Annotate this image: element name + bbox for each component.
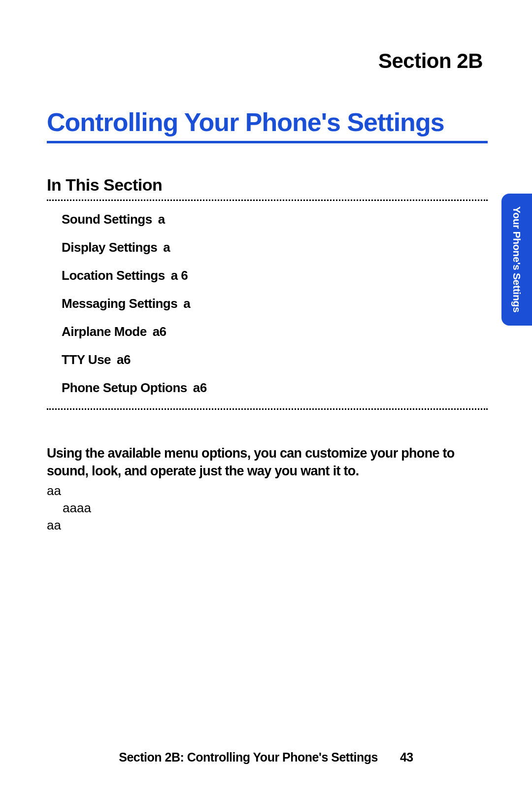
toc-item: Display Settingsa bbox=[62, 240, 488, 255]
title-underline bbox=[47, 141, 488, 143]
toc-label: Display Settings bbox=[62, 240, 157, 255]
toc-label: Phone Setup Options bbox=[62, 380, 187, 395]
side-tab: Your Phone's Settings bbox=[501, 194, 532, 326]
toc-list: Sound Settingsa Display Settingsa Locati… bbox=[47, 212, 488, 396]
toc-suffix: a 6 bbox=[171, 268, 188, 283]
footer-page-number: 43 bbox=[400, 750, 413, 764]
toc-item: Messaging Settingsa bbox=[62, 296, 488, 311]
toc-item: TTY Usea6 bbox=[62, 352, 488, 367]
body-extra-line: aa bbox=[47, 482, 488, 499]
dotted-divider-top bbox=[47, 200, 488, 201]
toc-item: Sound Settingsa bbox=[62, 212, 488, 227]
page-footer: Section 2B: Controlling Your Phone's Set… bbox=[0, 750, 532, 765]
body-extra-line: aa bbox=[47, 517, 488, 534]
toc-label: Messaging Settings bbox=[62, 296, 177, 311]
body-extra-line: aaaa bbox=[47, 499, 488, 517]
toc-suffix: a6 bbox=[193, 380, 207, 395]
section-label: Section 2B bbox=[47, 49, 488, 73]
toc-suffix: a6 bbox=[117, 352, 131, 367]
toc-suffix: a bbox=[158, 212, 165, 227]
toc-label: Location Settings bbox=[62, 268, 165, 283]
toc-suffix: a bbox=[183, 296, 190, 311]
side-tab-label: Your Phone's Settings bbox=[511, 206, 523, 312]
body-intro: Using the available menu options, you ca… bbox=[47, 444, 488, 480]
page-title: Controlling Your Phone's Settings bbox=[47, 107, 488, 137]
toc-suffix: a bbox=[163, 240, 170, 255]
toc-item: Location Settingsa 6 bbox=[62, 268, 488, 283]
toc-label: Airplane Mode bbox=[62, 324, 147, 339]
toc-label: TTY Use bbox=[62, 352, 111, 367]
subsection-heading: In This Section bbox=[47, 175, 488, 195]
toc-suffix: a6 bbox=[153, 324, 166, 339]
toc-item: Airplane Modea6 bbox=[62, 324, 488, 339]
footer-text: Section 2B: Controlling Your Phone's Set… bbox=[119, 750, 378, 764]
toc-item: Phone Setup Optionsa6 bbox=[62, 380, 488, 396]
dotted-divider-bottom bbox=[47, 408, 488, 410]
toc-label: Sound Settings bbox=[62, 212, 152, 227]
